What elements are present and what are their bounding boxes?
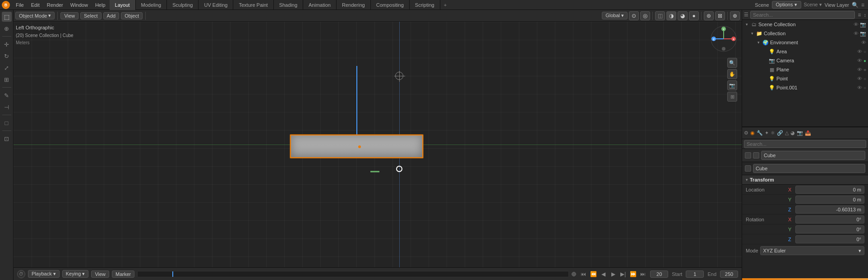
props-tab-render[interactable]: 📷 (797, 130, 803, 136)
keying-dropdown[interactable]: Keying ▾ (62, 270, 89, 278)
props-tab-data[interactable]: △ (785, 130, 789, 136)
timeline-playhead[interactable] (172, 271, 173, 277)
tab-modeling[interactable]: Modeling (136, 0, 167, 10)
view-menu[interactable]: View (60, 12, 78, 19)
props-tab-scene[interactable]: ⚙ (744, 130, 748, 136)
tab-compositing[interactable]: Compositing (371, 0, 410, 10)
hand-icon[interactable]: ✋ (727, 69, 737, 79)
props-tab-modifiers[interactable]: 🔧 (757, 130, 763, 136)
area-eye[interactable]: 👁 (857, 49, 862, 54)
end-frame-display[interactable]: 250 (720, 271, 738, 278)
3d-cursor[interactable] (395, 72, 403, 80)
wireframe-icon[interactable]: ◫ (655, 11, 665, 20)
current-frame-display[interactable]: 20 (650, 271, 668, 278)
start-frame-display[interactable]: 1 (686, 271, 704, 278)
menu-edit[interactable]: Edit (28, 1, 43, 9)
rotation-z-field[interactable]: 0° (795, 235, 864, 243)
outliner-item-point-001[interactable]: 💡 Point.001 👁 ○ (742, 83, 868, 92)
camera-expand[interactable] (762, 58, 767, 63)
xray-icon[interactable]: ⊠ (715, 11, 725, 20)
props-tab-output[interactable]: 📤 (805, 130, 811, 136)
outliner-item-environment[interactable]: ▾ 🌍 Environment 👁 (742, 38, 868, 47)
options-button[interactable]: Options ▾ (772, 1, 801, 9)
object-mode-dropdown[interactable]: Object Mode ▾ (15, 12, 55, 19)
tab-uv-editing[interactable]: UV Editing (199, 0, 233, 10)
plane-eye[interactable]: 👁 (857, 67, 862, 72)
play-button[interactable]: ▶ (609, 270, 618, 279)
mesh-cube-selected[interactable] (290, 135, 423, 158)
tool-move[interactable]: ✛ (2, 39, 12, 49)
select-menu[interactable]: Select (80, 12, 102, 19)
props-tab-material[interactable]: ◕ (790, 130, 795, 136)
tab-animation[interactable]: Animation (303, 0, 337, 10)
object-menu[interactable]: Object (121, 12, 143, 19)
menu-file[interactable]: File (13, 1, 27, 9)
gizmo-toggle-icon[interactable]: ⊕ (730, 11, 740, 20)
properties-search-input[interactable] (744, 140, 866, 148)
camera-view-icon[interactable]: 📷 (727, 80, 737, 90)
plane-expand[interactable] (762, 67, 767, 72)
object-data-name-field[interactable] (753, 164, 865, 173)
viewport-3d[interactable]: Left Orthographic (20) Scene Collection … (14, 22, 742, 267)
plane-restrict-icon[interactable]: ○ (863, 67, 866, 72)
step-forward-button[interactable]: ▶| (619, 270, 628, 279)
object-visibility-checkbox[interactable] (745, 152, 751, 159)
search-icon-top[interactable]: 🔍 (852, 2, 859, 8)
collection-eye[interactable]: 👁 (854, 31, 859, 36)
camera-render-icon[interactable]: ● (863, 58, 866, 63)
menu-render[interactable]: Render (44, 1, 66, 9)
tool-annotate[interactable]: ✎ (2, 90, 12, 100)
tab-layout[interactable]: Layout (110, 0, 136, 10)
tab-rendering[interactable]: Rendering (337, 0, 371, 10)
outliner-item-area[interactable]: 💡 Area 👁 ○ (742, 47, 868, 56)
playback-dropdown[interactable]: Playback ▾ (28, 270, 60, 278)
tab-sculpting[interactable]: Sculpting (167, 0, 199, 10)
tool-transform[interactable]: ⊞ (2, 75, 12, 84)
props-tab-constraints[interactable]: 🔗 (777, 130, 783, 136)
marker-menu[interactable]: Marker (112, 271, 134, 278)
material-icon[interactable]: ◕ (678, 11, 688, 20)
tab-shading[interactable]: Shading (274, 0, 303, 10)
location-x-field[interactable]: 0 m (795, 186, 864, 194)
tab-texture-paint[interactable]: Texture Paint (233, 0, 273, 10)
location-z-field[interactable]: -0.60313 m (795, 205, 864, 214)
rotation-y-field[interactable]: 0° (795, 225, 864, 233)
tool-add-cube[interactable]: □ (2, 118, 12, 128)
object-data-checkbox[interactable] (745, 165, 751, 172)
object-render-checkbox[interactable] (753, 152, 759, 159)
location-y-field[interactable]: 0 m (795, 196, 864, 204)
jump-to-start-button[interactable]: ⏮ (579, 270, 588, 279)
outliner-search-input[interactable] (750, 11, 855, 19)
area-expand[interactable] (762, 49, 767, 54)
scene-collection-expand[interactable]: ▾ (744, 22, 749, 27)
camera-eye[interactable]: 👁 (857, 58, 862, 63)
proportional-icon[interactable]: ◎ (640, 11, 650, 20)
props-tab-particles[interactable]: ✦ (765, 130, 769, 136)
tool-select-box[interactable]: ⬚ (2, 12, 12, 22)
rotation-x-field[interactable]: 0° (795, 215, 864, 224)
tab-scripting[interactable]: Scripting (410, 0, 440, 10)
point-restrict-icon[interactable]: ○ (863, 76, 866, 81)
outliner-item-point[interactable]: 💡 Point 👁 ○ (742, 74, 868, 83)
handle-x-axis[interactable] (370, 171, 379, 172)
tool-rotate[interactable]: ↻ (2, 51, 12, 61)
outliner-editor-icon[interactable]: ☰ (744, 12, 748, 18)
navigation-gizmo[interactable]: Y X Z (710, 25, 737, 52)
outliner-item-collection[interactable]: ▾ 📁 Collection 👁 📷 (742, 29, 868, 38)
view-timeline-menu[interactable]: View (91, 271, 109, 278)
timeline-track[interactable] (137, 271, 569, 277)
scene-collection-eye[interactable]: 👁 (854, 22, 859, 27)
props-tab-physics[interactable]: ⚛ (771, 130, 775, 136)
tool-measure[interactable]: ⊣ (2, 102, 12, 112)
menu-help[interactable]: Help (92, 1, 109, 9)
point001-expand[interactable] (762, 85, 767, 90)
prev-keyframe-button[interactable]: ⏪ (589, 270, 598, 279)
jump-to-end-button[interactable]: ⏭ (638, 270, 647, 279)
tool-cursor[interactable]: ⊕ (2, 23, 12, 33)
point-eye[interactable]: 👁 (857, 76, 862, 81)
tool-ruler[interactable]: ⊡ (2, 134, 12, 144)
outliner-item-plane[interactable]: ▦ Plane 👁 ○ (742, 65, 868, 74)
overlay-icon[interactable]: ⊛ (704, 11, 714, 20)
rotation-mode-dropdown[interactable]: XYZ Euler ▾ (760, 246, 864, 255)
props-tab-object[interactable]: ◉ (750, 130, 755, 136)
